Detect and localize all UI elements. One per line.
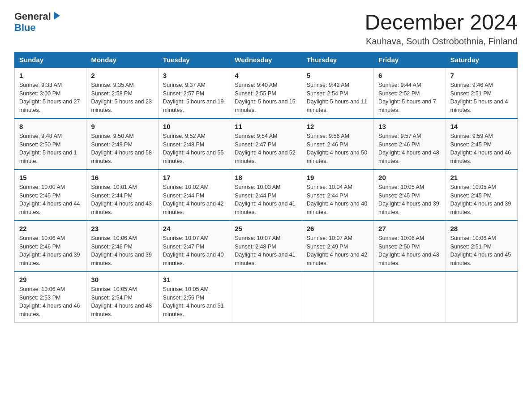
col-sunday: Sunday — [15, 52, 86, 68]
day-info: Sunrise: 10:02 AMSunset: 2:44 PMDaylight… — [163, 183, 225, 217]
day-number: 12 — [307, 123, 369, 130]
day-info: Sunrise: 10:05 AMSunset: 2:56 PMDaylight… — [163, 285, 225, 319]
day-number: 3 — [163, 72, 225, 79]
logo: General Blue — [14, 11, 62, 33]
day-info: Sunrise: 9:54 AMSunset: 2:47 PMDaylight:… — [235, 132, 297, 166]
calendar-week-row: 15Sunrise: 10:00 AMSunset: 2:45 PMDaylig… — [15, 170, 518, 221]
table-row: 23Sunrise: 10:06 AMSunset: 2:46 PMDaylig… — [86, 221, 158, 272]
day-info: Sunrise: 10:06 AMSunset: 2:46 PMDaylight… — [91, 234, 153, 268]
table-row: 24Sunrise: 10:07 AMSunset: 2:47 PMDaylig… — [158, 221, 230, 272]
month-title: December 2024 — [365, 11, 518, 34]
logo-text-general: General — [14, 11, 51, 22]
table-row: 7Sunrise: 9:46 AMSunset: 2:51 PMDaylight… — [446, 68, 517, 119]
table-row — [302, 272, 373, 323]
title-block: December 2024 Kauhava, South Ostrobothni… — [365, 11, 518, 47]
col-tuesday: Tuesday — [158, 52, 230, 68]
svg-marker-0 — [54, 12, 60, 20]
day-info: Sunrise: 9:50 AMSunset: 2:49 PMDaylight:… — [91, 132, 153, 166]
table-row: 28Sunrise: 10:06 AMSunset: 2:51 PMDaylig… — [446, 221, 517, 272]
day-number: 17 — [163, 174, 225, 181]
day-info: Sunrise: 9:46 AMSunset: 2:51 PMDaylight:… — [450, 81, 513, 115]
calendar-week-row: 22Sunrise: 10:06 AMSunset: 2:46 PMDaylig… — [15, 221, 518, 272]
table-row: 21Sunrise: 10:05 AMSunset: 2:45 PMDaylig… — [446, 170, 517, 221]
table-row — [230, 272, 302, 323]
day-number: 15 — [19, 174, 82, 181]
day-number: 27 — [378, 225, 441, 232]
calendar-header-row: Sunday Monday Tuesday Wednesday Thursday… — [15, 52, 518, 68]
table-row: 11Sunrise: 9:54 AMSunset: 2:47 PMDayligh… — [230, 119, 302, 170]
col-monday: Monday — [86, 52, 158, 68]
day-number: 9 — [91, 123, 153, 130]
table-row: 3Sunrise: 9:37 AMSunset: 2:57 PMDaylight… — [158, 68, 230, 119]
day-number: 19 — [307, 174, 369, 181]
day-number: 14 — [450, 123, 513, 130]
day-info: Sunrise: 9:56 AMSunset: 2:46 PMDaylight:… — [307, 132, 369, 166]
day-number: 4 — [235, 72, 297, 79]
day-info: Sunrise: 9:57 AMSunset: 2:46 PMDaylight:… — [378, 132, 441, 166]
table-row: 15Sunrise: 10:00 AMSunset: 2:45 PMDaylig… — [15, 170, 86, 221]
table-row — [446, 272, 517, 323]
table-row: 25Sunrise: 10:07 AMSunset: 2:48 PMDaylig… — [230, 221, 302, 272]
day-number: 18 — [235, 174, 297, 181]
day-info: Sunrise: 9:40 AMSunset: 2:55 PMDaylight:… — [235, 81, 297, 115]
calendar-week-row: 8Sunrise: 9:48 AMSunset: 2:50 PMDaylight… — [15, 119, 518, 170]
day-info: Sunrise: 10:06 AMSunset: 2:46 PMDaylight… — [19, 234, 82, 268]
day-number: 20 — [378, 174, 441, 181]
table-row: 18Sunrise: 10:03 AMSunset: 2:44 PMDaylig… — [230, 170, 302, 221]
table-row — [374, 272, 446, 323]
table-row: 29Sunrise: 10:06 AMSunset: 2:53 PMDaylig… — [15, 272, 86, 323]
col-friday: Friday — [374, 52, 446, 68]
day-info: Sunrise: 10:04 AMSunset: 2:44 PMDaylight… — [307, 183, 369, 217]
table-row: 19Sunrise: 10:04 AMSunset: 2:44 PMDaylig… — [302, 170, 373, 221]
day-number: 29 — [19, 276, 82, 283]
table-row: 27Sunrise: 10:06 AMSunset: 2:50 PMDaylig… — [374, 221, 446, 272]
day-number: 22 — [19, 225, 82, 232]
day-number: 30 — [91, 276, 153, 283]
day-info: Sunrise: 9:35 AMSunset: 2:58 PMDaylight:… — [91, 81, 153, 115]
day-info: Sunrise: 9:44 AMSunset: 2:52 PMDaylight:… — [378, 81, 441, 115]
day-info: Sunrise: 10:07 AMSunset: 2:49 PMDaylight… — [307, 234, 369, 268]
table-row: 9Sunrise: 9:50 AMSunset: 2:49 PMDaylight… — [86, 119, 158, 170]
logo-triangle-icon — [52, 11, 62, 21]
day-number: 8 — [19, 123, 82, 130]
day-info: Sunrise: 9:48 AMSunset: 2:50 PMDaylight:… — [19, 132, 82, 166]
table-row: 14Sunrise: 9:59 AMSunset: 2:45 PMDayligh… — [446, 119, 517, 170]
day-info: Sunrise: 9:42 AMSunset: 2:54 PMDaylight:… — [307, 81, 369, 115]
table-row: 4Sunrise: 9:40 AMSunset: 2:55 PMDaylight… — [230, 68, 302, 119]
day-number: 13 — [378, 123, 441, 130]
table-row: 26Sunrise: 10:07 AMSunset: 2:49 PMDaylig… — [302, 221, 373, 272]
table-row: 16Sunrise: 10:01 AMSunset: 2:44 PMDaylig… — [86, 170, 158, 221]
day-info: Sunrise: 10:07 AMSunset: 2:48 PMDaylight… — [235, 234, 297, 268]
day-number: 1 — [19, 72, 82, 79]
day-number: 28 — [450, 225, 513, 232]
day-number: 11 — [235, 123, 297, 130]
day-info: Sunrise: 9:33 AMSunset: 3:00 PMDaylight:… — [19, 81, 82, 115]
table-row: 12Sunrise: 9:56 AMSunset: 2:46 PMDayligh… — [302, 119, 373, 170]
table-row: 2Sunrise: 9:35 AMSunset: 2:58 PMDaylight… — [86, 68, 158, 119]
day-number: 23 — [91, 225, 153, 232]
day-number: 10 — [163, 123, 225, 130]
table-row: 5Sunrise: 9:42 AMSunset: 2:54 PMDaylight… — [302, 68, 373, 119]
day-info: Sunrise: 10:06 AMSunset: 2:50 PMDaylight… — [378, 234, 441, 268]
day-info: Sunrise: 10:05 AMSunset: 2:45 PMDaylight… — [378, 183, 441, 217]
table-row: 30Sunrise: 10:05 AMSunset: 2:54 PMDaylig… — [86, 272, 158, 323]
col-wednesday: Wednesday — [230, 52, 302, 68]
day-number: 7 — [450, 72, 513, 79]
day-number: 2 — [91, 72, 153, 79]
day-number: 21 — [450, 174, 513, 181]
calendar-week-row: 1Sunrise: 9:33 AMSunset: 3:00 PMDaylight… — [15, 68, 518, 119]
table-row: 13Sunrise: 9:57 AMSunset: 2:46 PMDayligh… — [374, 119, 446, 170]
day-number: 26 — [307, 225, 369, 232]
col-thursday: Thursday — [302, 52, 373, 68]
table-row: 20Sunrise: 10:05 AMSunset: 2:45 PMDaylig… — [374, 170, 446, 221]
day-info: Sunrise: 10:03 AMSunset: 2:44 PMDaylight… — [235, 183, 297, 217]
day-number: 5 — [307, 72, 369, 79]
logo-text-blue: Blue — [14, 22, 36, 33]
day-info: Sunrise: 10:05 AMSunset: 2:45 PMDaylight… — [450, 183, 513, 217]
day-info: Sunrise: 10:06 AMSunset: 2:51 PMDaylight… — [450, 234, 513, 268]
table-row: 1Sunrise: 9:33 AMSunset: 3:00 PMDaylight… — [15, 68, 86, 119]
table-row: 8Sunrise: 9:48 AMSunset: 2:50 PMDaylight… — [15, 119, 86, 170]
day-info: Sunrise: 10:00 AMSunset: 2:45 PMDaylight… — [19, 183, 82, 217]
day-info: Sunrise: 10:06 AMSunset: 2:53 PMDaylight… — [19, 285, 82, 319]
day-info: Sunrise: 9:59 AMSunset: 2:45 PMDaylight:… — [450, 132, 513, 166]
